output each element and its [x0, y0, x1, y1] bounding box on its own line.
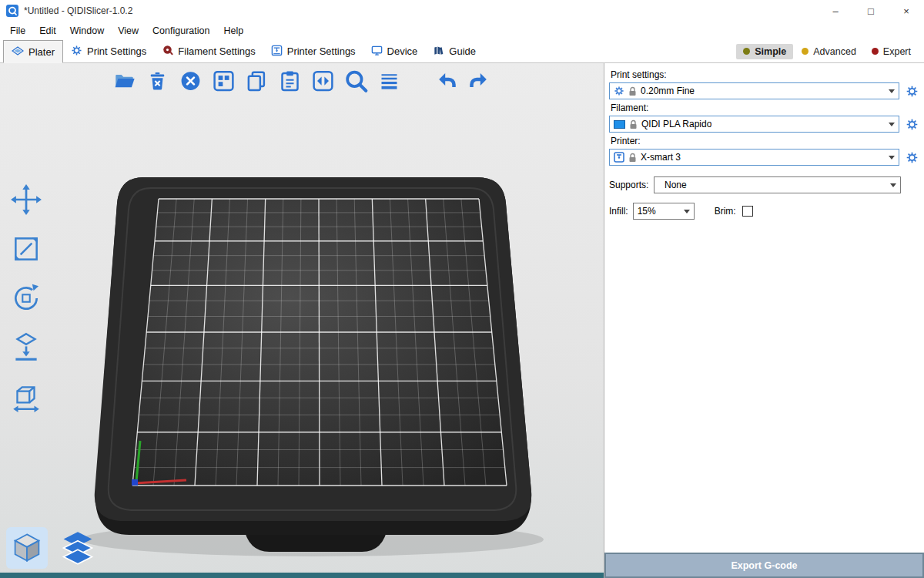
tab-printer-settings-label: Printer Settings: [287, 45, 356, 57]
measure-icon: [10, 381, 42, 413]
supports-value: None: [658, 180, 687, 190]
mode-simple[interactable]: Simple: [736, 44, 793, 59]
menu-edit[interactable]: Edit: [32, 23, 63, 39]
scale-icon: [10, 233, 42, 265]
lock-icon: [629, 119, 638, 129]
expert-mode-dot-icon: [872, 48, 879, 55]
variable-layer-height-button[interactable]: [377, 68, 403, 94]
copy-icon: [246, 69, 269, 92]
print-settings-gear-button[interactable]: [904, 82, 919, 99]
chevron-down-icon: [889, 89, 895, 93]
tab-device[interactable]: Device: [363, 40, 426, 62]
brim-checkbox[interactable]: [742, 206, 753, 217]
filament-gear-button[interactable]: [904, 116, 919, 133]
3d-view-cube-icon: [10, 531, 44, 565]
gizmo-toolbar: [6, 183, 46, 414]
close-button[interactable]: ×: [889, 0, 924, 22]
mode-advanced[interactable]: Advanced: [795, 44, 863, 59]
infill-combo[interactable]: 15%: [633, 203, 695, 220]
tab-guide[interactable]: Guide: [425, 40, 484, 62]
minimize-button[interactable]: –: [818, 0, 853, 22]
gear-icon: [614, 86, 624, 96]
gear-icon: [906, 118, 919, 131]
tab-plater-label: Plater: [28, 46, 55, 58]
scale-tool-button[interactable]: [6, 232, 46, 266]
print-settings-combo[interactable]: 0.20mm Fine: [609, 82, 899, 99]
trash-icon: [147, 70, 169, 92]
print-settings-icon: [71, 45, 82, 59]
export-gcode-button[interactable]: Export G-code: [606, 554, 922, 576]
filament-label: Filament:: [611, 102, 919, 113]
viewport-bottom-strip: [0, 573, 604, 578]
view-3d-button[interactable]: [6, 527, 48, 569]
3d-viewport[interactable]: [0, 63, 604, 578]
advanced-mode-dot-icon: [802, 48, 808, 55]
delete-button[interactable]: [145, 68, 171, 94]
open-button[interactable]: [112, 68, 138, 94]
filament-color-swatch: [614, 120, 625, 129]
search-button[interactable]: [343, 68, 370, 94]
menu-help[interactable]: Help: [216, 23, 250, 39]
layers-view-icon: [60, 530, 95, 566]
tab-print-settings-label: Print Settings: [87, 45, 146, 57]
tab-plater[interactable]: Plater: [3, 40, 63, 63]
arrange-icon: [213, 69, 236, 92]
tab-print-settings[interactable]: Print Settings: [63, 40, 154, 62]
undo-button[interactable]: [434, 68, 460, 94]
arrange-button[interactable]: [211, 68, 237, 94]
view-layers-button[interactable]: [57, 527, 99, 569]
print-settings-value: 0.20mm Fine: [641, 86, 695, 96]
copy-button[interactable]: [244, 68, 270, 94]
place-on-face-icon: [10, 331, 42, 364]
simple-mode-dot-icon: [743, 48, 750, 55]
rotate-tool-button[interactable]: [6, 281, 46, 315]
lock-icon: [628, 86, 637, 96]
menu-configuration[interactable]: Configuration: [146, 23, 216, 39]
filament-combo[interactable]: QIDI PLA Rapido: [609, 116, 899, 133]
menu-view[interactable]: View: [111, 23, 146, 39]
mode-advanced-label: Advanced: [813, 46, 856, 57]
view-toggle: [6, 527, 99, 569]
paste-button[interactable]: [277, 68, 303, 94]
supports-combo[interactable]: None: [654, 176, 901, 193]
plater-icon: [12, 45, 24, 59]
menu-window[interactable]: Window: [63, 23, 111, 39]
delete-all-button[interactable]: [178, 68, 204, 94]
printer-value: X-smart 3: [641, 152, 681, 163]
tabbar: Plater Print Settings Filament Settings …: [0, 40, 924, 63]
titlebar: *Untitled - QIDISlicer-1.0.2 – □ ×: [0, 0, 924, 22]
maximize-button[interactable]: □: [853, 0, 889, 22]
place-on-face-tool-button[interactable]: [6, 331, 46, 365]
clone-button[interactable]: [310, 68, 336, 94]
tab-filament-settings[interactable]: Filament Settings: [154, 40, 263, 62]
rotate-icon: [10, 282, 42, 314]
measure-tool-button[interactable]: [6, 380, 46, 414]
window-controls: – □ ×: [818, 0, 924, 22]
printer-icon: [614, 152, 624, 163]
redo-button[interactable]: [467, 68, 493, 94]
chevron-down-icon: [889, 123, 895, 126]
z-axis-indicator: [132, 479, 138, 486]
mode-expert[interactable]: Expert: [865, 44, 918, 59]
menu-file[interactable]: File: [3, 23, 32, 39]
qidislicer-window: *Untitled - QIDISlicer-1.0.2 – □ × File …: [0, 0, 924, 578]
brim-label: Brim:: [715, 206, 736, 217]
move-icon: [10, 183, 42, 216]
paste-icon: [279, 69, 302, 92]
tab-printer-settings[interactable]: Printer Settings: [263, 40, 363, 62]
export-bar: Export G-code: [604, 553, 924, 578]
filament-value: QIDI PLA Rapido: [641, 119, 711, 129]
printer-gear-button[interactable]: [904, 149, 919, 166]
move-tool-button[interactable]: [6, 183, 46, 217]
menubar: File Edit Window View Configuration Help: [0, 22, 924, 40]
tab-guide-label: Guide: [449, 45, 476, 57]
printer-combo[interactable]: X-smart 3: [609, 149, 899, 166]
gear-icon: [906, 85, 919, 98]
printer-label: Printer:: [611, 136, 919, 146]
mode-expert-label: Expert: [883, 46, 911, 57]
device-icon: [371, 45, 383, 59]
undo-icon: [434, 69, 459, 93]
search-icon: [343, 68, 370, 94]
tab-device-label: Device: [387, 45, 418, 57]
print-bed[interactable]: [0, 63, 604, 578]
